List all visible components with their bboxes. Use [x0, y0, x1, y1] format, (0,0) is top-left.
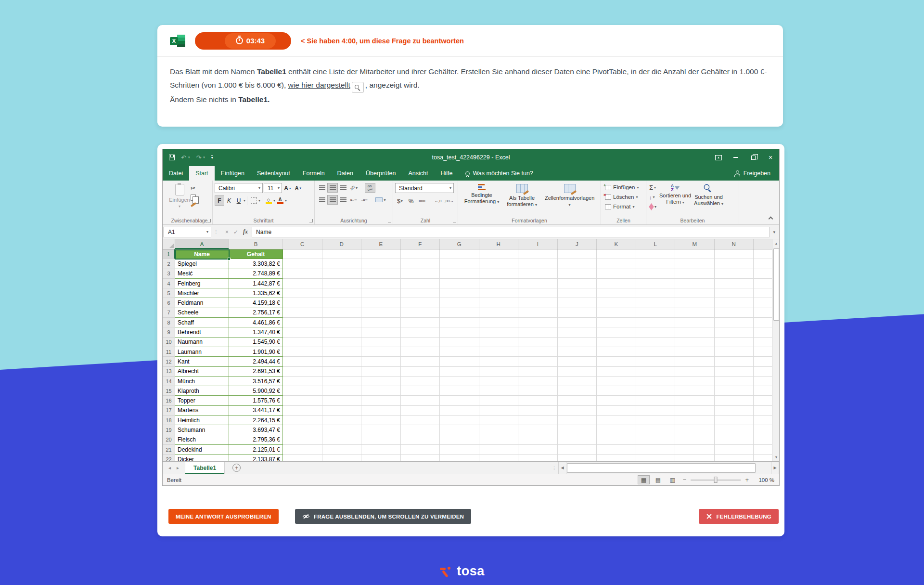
increase-indent-button[interactable]: ⇥≡ — [359, 195, 370, 205]
cell-H10[interactable] — [479, 338, 519, 347]
row-header-10[interactable]: 10 — [163, 338, 175, 347]
cell-L3[interactable] — [636, 269, 676, 279]
cell-B4[interactable]: 1.442,87 € — [229, 279, 283, 288]
page-break-view-button[interactable]: ▥ — [667, 475, 679, 484]
cell-D12[interactable] — [322, 357, 362, 366]
cell-E16[interactable] — [361, 396, 401, 405]
cell-L21[interactable] — [636, 445, 676, 455]
cell-F17[interactable] — [401, 406, 440, 416]
cell-K21[interactable] — [597, 445, 636, 455]
cell-K18[interactable] — [597, 416, 636, 425]
cell-G5[interactable] — [440, 288, 479, 298]
cell-I17[interactable] — [518, 406, 558, 416]
cell-D3[interactable] — [322, 269, 362, 279]
cell-F1[interactable] — [401, 249, 440, 259]
cell-L17[interactable] — [636, 406, 676, 416]
cell-N2[interactable] — [715, 259, 754, 269]
cell-M4[interactable] — [675, 279, 715, 288]
cell-I12[interactable] — [518, 357, 558, 366]
cell-B9[interactable]: 1.347,40 € — [229, 327, 283, 337]
cell-D16[interactable] — [322, 396, 362, 405]
cell-L5[interactable] — [636, 288, 676, 298]
cell-J6[interactable] — [558, 298, 597, 308]
increase-decimal-button[interactable]: ←,0 — [433, 196, 443, 206]
cell-N11[interactable] — [715, 347, 754, 357]
cell-D4[interactable] — [322, 279, 362, 288]
cell-A1[interactable]: Name — [175, 249, 229, 259]
align-center-button[interactable] — [327, 195, 338, 205]
cell-J12[interactable] — [558, 357, 597, 366]
cell-M19[interactable] — [675, 425, 715, 435]
cell-K15[interactable] — [597, 386, 636, 396]
cell-K17[interactable] — [597, 406, 636, 416]
tab-hilfe[interactable]: Hilfe — [435, 166, 459, 181]
cancel-entry-icon[interactable]: × — [225, 229, 229, 235]
cell-B22[interactable]: 2.133,87 € — [229, 455, 283, 461]
cell-A6[interactable]: Feldmann — [175, 298, 229, 308]
cell-M12[interactable] — [675, 357, 715, 366]
cell-K13[interactable] — [597, 367, 636, 377]
ribbon-display-options-button[interactable]: ▴ — [710, 149, 727, 166]
cell-A2[interactable]: Spiegel — [175, 259, 229, 269]
cell-E11[interactable] — [361, 347, 401, 357]
cell-N7[interactable] — [715, 308, 754, 318]
cell-D9[interactable] — [322, 327, 362, 337]
cell-F2[interactable] — [401, 259, 440, 269]
cell-E21[interactable] — [361, 445, 401, 455]
cell-M14[interactable] — [675, 377, 715, 386]
restore-button[interactable] — [744, 149, 762, 166]
row-header-8[interactable]: 8 — [163, 318, 175, 327]
cell-A18[interactable]: Heimlich — [175, 416, 229, 425]
cell-N6[interactable] — [715, 298, 754, 308]
vertical-scrollbar[interactable]: ▲ ▼ — [772, 239, 779, 461]
zoom-slider-thumb[interactable] — [714, 477, 718, 483]
format-cells-button[interactable]: Format▾ — [605, 202, 644, 211]
format-painter-icon[interactable] — [191, 202, 196, 207]
row-header-22[interactable]: 22 — [163, 455, 175, 461]
column-header-g[interactable]: G — [440, 239, 479, 249]
cell-E5[interactable] — [361, 288, 401, 298]
cell-G13[interactable] — [440, 367, 479, 377]
cell-I19[interactable] — [518, 425, 558, 435]
cell-C5[interactable] — [283, 288, 322, 298]
column-header-m[interactable]: M — [675, 239, 715, 249]
cell-E1[interactable] — [361, 249, 401, 259]
cell-K22[interactable] — [597, 455, 636, 461]
font-name-select[interactable]: Calibri▾ — [215, 183, 263, 193]
cell-N14[interactable] — [715, 377, 754, 386]
cell-B16[interactable]: 1.575,76 € — [229, 396, 283, 405]
cell-C14[interactable] — [283, 377, 322, 386]
cell-L20[interactable] — [636, 435, 676, 445]
cell-I20[interactable] — [518, 435, 558, 445]
borders-dropdown[interactable]: ▾ — [258, 198, 260, 203]
cell-D19[interactable] — [322, 425, 362, 435]
cell-B10[interactable]: 1.545,90 € — [229, 338, 283, 347]
cell-H6[interactable] — [479, 298, 519, 308]
cell-M21[interactable] — [675, 445, 715, 455]
cell-M20[interactable] — [675, 435, 715, 445]
cell-B5[interactable]: 1.335,62 € — [229, 288, 283, 298]
cell-F14[interactable] — [401, 377, 440, 386]
row-header-5[interactable]: 5 — [163, 288, 175, 298]
merge-center-button[interactable]: ▾ — [375, 195, 386, 205]
cell-F8[interactable] — [401, 318, 440, 327]
cell-A15[interactable]: Klaproth — [175, 386, 229, 396]
cell-I7[interactable] — [518, 308, 558, 318]
cell-L9[interactable] — [636, 327, 676, 337]
cell-I4[interactable] — [518, 279, 558, 288]
cell-K12[interactable] — [597, 357, 636, 366]
cell-G9[interactable] — [440, 327, 479, 337]
cell-F5[interactable] — [401, 288, 440, 298]
cell-I14[interactable] — [518, 377, 558, 386]
tab-einfügen[interactable]: Einfügen — [215, 166, 251, 181]
cell-M5[interactable] — [675, 288, 715, 298]
cell-M8[interactable] — [675, 318, 715, 327]
tab-formeln[interactable]: Formeln — [296, 166, 331, 181]
cell-K3[interactable] — [597, 269, 636, 279]
decrease-indent-button[interactable]: ⇤≡ — [348, 195, 359, 205]
sheet-tab-tabelle1[interactable]: Tabelle1 — [185, 462, 225, 474]
cell-G7[interactable] — [440, 308, 479, 318]
cell-M16[interactable] — [675, 396, 715, 405]
cell-C7[interactable] — [283, 308, 322, 318]
cell-I13[interactable] — [518, 367, 558, 377]
